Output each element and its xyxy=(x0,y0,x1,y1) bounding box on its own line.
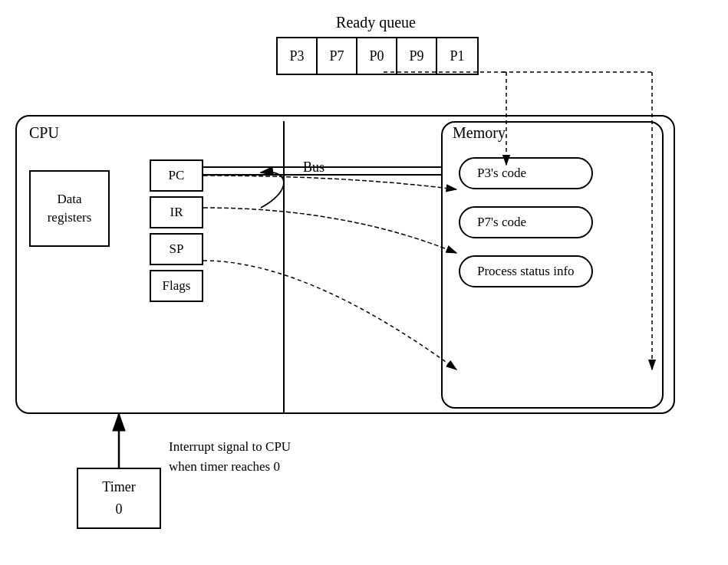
timer-box: Timer 0 xyxy=(77,468,161,529)
register-sp: SP xyxy=(150,233,203,265)
queue-cell-p0: P0 xyxy=(357,38,397,74)
queue-cell-p9: P9 xyxy=(397,38,437,74)
bus-label: Bus xyxy=(303,159,324,176)
register-ir: IR xyxy=(150,196,203,228)
memory-item-p7code: P7's code xyxy=(459,206,593,238)
memory-label: Memory xyxy=(453,124,506,142)
ready-queue-label: Ready queue xyxy=(299,14,453,31)
cpu-label: CPU xyxy=(29,124,59,142)
memory-item-p3code: P3's code xyxy=(459,157,593,189)
queue-cell-p1: P1 xyxy=(437,38,477,74)
register-flags: Flags xyxy=(150,270,203,302)
diagram: Ready queue P3 P7 P0 P9 P1 CPU Memory Da… xyxy=(0,0,728,565)
memory-items: P3's code P7's code Process status info xyxy=(459,157,593,287)
data-registers: Dataregisters xyxy=(29,170,110,247)
timer-label: Timer xyxy=(102,476,135,498)
queue-cell-p3: P3 xyxy=(278,38,318,74)
interrupt-text: Interrupt signal to CPUwhen timer reache… xyxy=(169,437,291,476)
register-pc: PC xyxy=(150,159,203,192)
timer-value: 0 xyxy=(116,498,123,521)
register-group: PC IR SP Flags xyxy=(150,159,203,302)
memory-item-process-status: Process status info xyxy=(459,255,593,287)
queue-cell-p7: P7 xyxy=(318,38,357,74)
ready-queue: P3 P7 P0 P9 P1 xyxy=(276,37,479,75)
